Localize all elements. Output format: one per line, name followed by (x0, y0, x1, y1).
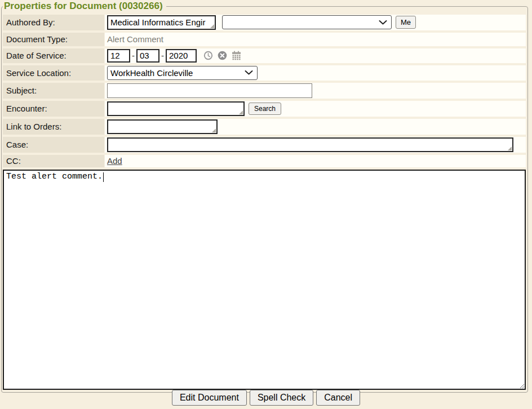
date-day-input[interactable] (136, 49, 159, 63)
document-type-value: Alert Comment (107, 34, 163, 44)
me-button[interactable]: Me (396, 16, 416, 29)
case-label: Case: (3, 137, 104, 153)
row-service-location: Service Location: WorkHealth Circleville (3, 65, 526, 81)
link-to-orders-label: Link to Orders: (3, 119, 104, 135)
row-link-to-orders: Link to Orders: (3, 119, 526, 135)
service-location-select[interactable]: WorkHealth Circleville (107, 66, 258, 80)
link-to-orders-input[interactable] (107, 119, 218, 134)
row-case: Case: (3, 137, 526, 153)
edit-document-button[interactable]: Edit Document (172, 390, 247, 406)
cc-add-link[interactable]: Add (107, 156, 122, 166)
row-document-type: Document Type: Alert Comment (3, 33, 526, 46)
authored-by-label: Authored By: (3, 15, 104, 30)
properties-fieldset: Properties for Document (0030266) Author… (1, 1, 528, 393)
subject-input[interactable] (107, 83, 312, 98)
authored-by-select[interactable] (222, 15, 392, 29)
clock-icon[interactable] (203, 51, 213, 60)
row-date-of-service: Date of Service: - - (3, 48, 526, 63)
document-body-container: Test alert comment. (3, 170, 526, 390)
text-cursor (103, 172, 104, 182)
date-separator: - (132, 51, 135, 60)
date-month-input[interactable] (107, 49, 130, 63)
clear-icon[interactable] (218, 51, 227, 60)
cc-label: CC: (3, 155, 104, 167)
document-type-label: Document Type: (3, 33, 104, 46)
row-subject: Subject: (3, 83, 526, 99)
case-input[interactable] (107, 137, 513, 152)
footer-button-bar: Edit Document Spell Check Cancel (0, 390, 532, 406)
cancel-button[interactable]: Cancel (316, 390, 360, 406)
calendar-icon[interactable] (232, 51, 241, 60)
authored-by-input[interactable] (107, 15, 216, 30)
date-of-service-label: Date of Service: (3, 48, 104, 63)
row-encounter: Encounter: Search (3, 101, 526, 117)
encounter-label: Encounter: (3, 101, 104, 117)
search-button[interactable]: Search (249, 103, 281, 115)
page-title: Properties for Document (0030266) (3, 1, 166, 12)
date-separator: - (161, 51, 164, 60)
service-location-label: Service Location: (3, 65, 104, 81)
date-year-input[interactable] (166, 49, 197, 63)
subject-label: Subject: (3, 83, 104, 99)
row-authored-by: Authored By: Me (3, 15, 526, 30)
row-cc: CC: Add (3, 155, 526, 167)
encounter-input[interactable] (107, 101, 245, 116)
spell-check-button[interactable]: Spell Check (250, 390, 313, 406)
document-body-textarea[interactable]: Test alert comment. (3, 170, 526, 390)
